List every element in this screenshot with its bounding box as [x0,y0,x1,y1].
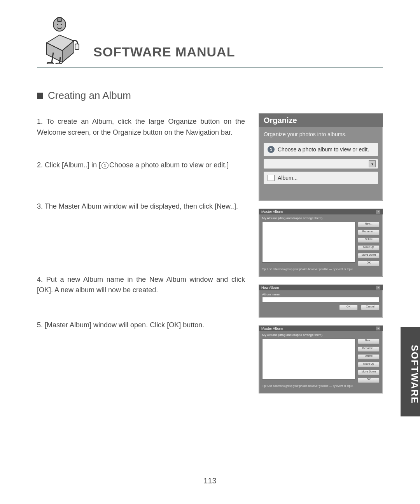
album-button-label: Album... [278,175,298,181]
organize-panel-screenshot: Organize Organize your photos into album… [259,113,383,201]
ok-button[interactable]: OK [339,305,358,310]
new-album-window-screenshot: New Album × Album name: OK Cancel [259,284,383,318]
new-album-titlebar: New Album × [259,285,383,290]
cancel-button[interactable]: Cancel [361,305,380,310]
step-1: 1. To create an Album, click the large O… [37,116,245,138]
circled-one-icon: 1 [102,162,108,169]
album-name-label: Album name: [262,292,380,297]
delete-button[interactable]: Delete [358,354,380,360]
move-up-button[interactable]: Move Up [358,245,380,251]
organize-choose-text: Choose a photo album to view or edit. [278,146,369,153]
page-number: 113 [0,476,420,485]
move-down-button[interactable]: Move Down [358,253,380,258]
mascot-illustration [37,14,84,64]
master-album-titlebar: Master Album × [259,209,383,214]
rename-button[interactable]: Rename... [358,346,380,352]
step-2-post: Choose a photo album to view or edit.] [109,161,229,169]
instruction-steps: 1. To create an Album, click the large O… [37,113,245,393]
delete-button[interactable]: Delete [358,237,380,243]
step-badge-icon: 1 [268,146,275,153]
chevron-down-icon: ▾ [369,160,376,167]
step-2-pre: 2. Click [Album..] in [ [37,161,101,169]
master-album-tip: Tip: Use albums to group your photos how… [259,383,383,389]
move-up-button[interactable]: Move Up [358,362,380,367]
album-listbox[interactable] [262,222,355,263]
close-icon[interactable]: × [376,210,380,214]
section-side-tab: SOFTWARE [401,327,420,416]
master-album-tip: Tip: Use albums to group your photos how… [259,266,383,272]
master-album-title: Master Album [261,210,283,214]
master-album-window-screenshot: Master Album × My Albums (drag and drop … [259,209,383,277]
organize-subtitle: Organize your photos into albums. [259,127,383,143]
document-icon [268,175,275,181]
album-listbox[interactable] [262,339,355,379]
svg-rect-1 [57,18,62,21]
ok-button[interactable]: OK [358,378,380,383]
organize-choose-row: 1 Choose a photo album to view or edit. [264,143,378,156]
close-icon[interactable]: × [376,286,380,290]
page-header: SOFTWARE MANUAL [37,14,383,68]
album-dropdown[interactable]: ▾ [264,159,378,169]
svg-point-3 [61,24,62,25]
step-2: 2. Click [Album..] in [1Choose a photo a… [37,160,245,171]
section-heading: Creating an Album [37,90,383,102]
master-album-titlebar: Master Album × [259,326,383,331]
album-name-input[interactable] [262,297,380,302]
master-album-title: Master Album [261,327,283,330]
step-3: 3. The Master Album window will be displ… [37,201,245,212]
master-album-desc: My Albums (drag and drop to arrange them… [259,331,383,339]
album-button[interactable]: Album... [264,172,378,184]
new-button[interactable]: New... [358,222,380,227]
svg-point-5 [47,62,53,64]
ok-button[interactable]: OK [358,261,380,266]
new-album-title: New Album [261,286,279,290]
svg-rect-4 [75,44,79,49]
organize-title: Organize [259,114,383,127]
svg-point-2 [57,24,58,25]
master-album-window-screenshot-2: Master Album × My Albums (drag and drop … [259,325,383,393]
master-album-desc: My Albums (drag and drop to arrange them… [259,214,383,222]
move-down-button[interactable]: Move Down [358,370,380,375]
section-heading-text: Creating an Album [48,90,131,102]
close-icon[interactable]: × [376,327,380,330]
step-4: 4. Put a new Album name in the New Album… [37,274,245,296]
page-title: SOFTWARE MANUAL [93,44,235,64]
new-button[interactable]: New... [358,339,380,344]
rename-button[interactable]: Rename... [358,230,380,235]
step-5: 5. [Master Album] window will open. Clic… [37,320,245,331]
svg-point-6 [56,63,62,64]
bullet-square-icon [37,93,43,99]
